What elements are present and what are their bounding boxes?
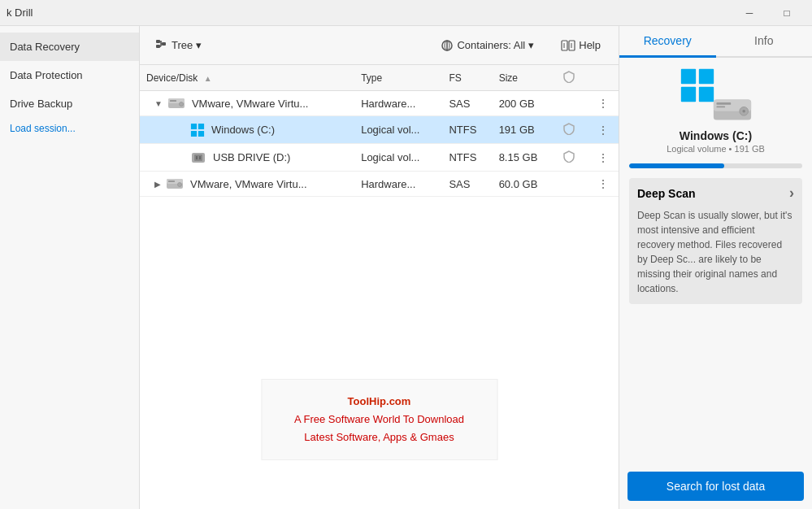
tab-recovery[interactable]: Recovery [619, 26, 716, 58]
scan-box-description: Deep Scan is usually slower, but it's mo… [629, 208, 802, 304]
right-panel-tabs: Recovery Info [619, 26, 812, 58]
svg-rect-24 [196, 156, 198, 159]
col-more [588, 65, 619, 91]
expand-btn[interactable]: ▶ [153, 180, 163, 189]
containers-label: Containers: All [457, 39, 525, 51]
more-options-button[interactable]: ⋮ [594, 150, 612, 166]
maximize-button[interactable]: □ [768, 0, 805, 26]
svg-rect-28 [168, 181, 175, 182]
containers-arrow: ▾ [528, 39, 534, 51]
cell-device: USB DRIVE (D:) [140, 144, 354, 172]
table-row[interactable]: Windows (C:)Logical vol...NTFS191 GB ⋮ [140, 116, 619, 144]
windows-logo-icon [680, 67, 715, 103]
device-title: Windows (C:) [680, 129, 752, 142]
title-bar: k Drill ─ □ [0, 0, 812, 26]
main-content: Tree ▾ Containers: All ▾ [140, 26, 619, 509]
more-options-button[interactable]: ⋮ [594, 95, 612, 111]
usb-icon [190, 151, 206, 164]
more-options-button[interactable]: ⋮ [594, 122, 612, 138]
col-type[interactable]: Type [354, 65, 442, 91]
svg-rect-31 [698, 69, 713, 84]
svg-rect-32 [680, 87, 695, 102]
sidebar: Data Recovery Data Protection Drive Back… [0, 26, 140, 509]
watermark: ToolHip.com A Free Software World To Dow… [261, 379, 497, 460]
windows-icon [190, 123, 205, 137]
sidebar-item-drive-backup[interactable]: Drive Backup [0, 89, 139, 118]
tree-label: Tree [172, 39, 193, 51]
search-lost-data-button[interactable]: Search for lost data [627, 472, 804, 501]
device-subtitle: Logical volume • 191 GB [667, 144, 765, 154]
cell-more: ⋮ [588, 116, 619, 144]
svg-rect-18 [191, 123, 197, 128]
cell-device: Windows (C:) [140, 116, 354, 144]
device-name-text: USB DRIVE (D:) [213, 151, 290, 163]
cell-size: 200 GB [493, 91, 556, 116]
hdd-row-icon [166, 177, 184, 190]
cell-fs: NTFS [442, 144, 492, 172]
right-panel-bottom: Search for lost data [619, 463, 812, 509]
device-image-area [680, 67, 753, 123]
cell-more: ⋮ [588, 91, 619, 116]
right-panel: Recovery Info [619, 26, 812, 509]
svg-rect-21 [198, 130, 204, 136]
scan-chevron: › [789, 185, 794, 202]
cell-fs: SAS [442, 172, 492, 197]
svg-rect-25 [199, 156, 201, 159]
cell-device: ▼ VMware, VMware Virtu... [140, 91, 354, 116]
cell-more: ⋮ [588, 144, 619, 172]
svg-point-39 [742, 110, 745, 113]
table-row[interactable]: ▼ VMware, VMware Virtu...Hardware...SAS2… [140, 91, 619, 116]
cell-size: 8.15 GB [493, 144, 556, 172]
svg-rect-0 [156, 40, 160, 43]
table-container: Device/Disk ▲ Type FS Size [140, 65, 619, 509]
cell-type: Logical vol... [354, 144, 442, 172]
sort-arrow: ▲ [204, 74, 212, 83]
scan-box: Deep Scan › Deep Scan is usually slower,… [629, 178, 802, 304]
table-row[interactable]: ▶ VMware, VMware Virtu...Hardware...SAS6… [140, 172, 619, 197]
scan-box-header[interactable]: Deep Scan › [629, 178, 802, 208]
sidebar-item-data-protection[interactable]: Data Protection [0, 61, 139, 89]
col-fs[interactable]: FS [442, 65, 492, 91]
col-device[interactable]: Device/Disk ▲ [140, 65, 354, 91]
watermark-line2: A Free Software World To Download [294, 411, 464, 429]
col-size[interactable]: Size [493, 65, 556, 91]
cell-size: 191 GB [493, 116, 556, 144]
help-button[interactable]: Help [549, 36, 612, 55]
svg-rect-37 [716, 107, 725, 108]
more-options-button[interactable]: ⋮ [594, 176, 612, 192]
svg-rect-20 [191, 130, 197, 136]
svg-rect-2 [162, 42, 166, 46]
hdd-icon [712, 97, 753, 123]
expand-btn[interactable]: ▼ [153, 99, 164, 108]
minimize-button[interactable]: ─ [731, 0, 768, 26]
svg-rect-23 [194, 154, 202, 161]
progress-bar-background [629, 163, 802, 168]
cell-shield [556, 144, 588, 172]
cell-more: ⋮ [588, 172, 619, 197]
window-controls: ─ □ [731, 0, 805, 26]
help-label: Help [579, 39, 601, 51]
device-preview: Windows (C:) Logical volume • 191 GB [629, 67, 802, 154]
cell-type: Hardware... [354, 91, 442, 116]
app-layout: Data Recovery Data Protection Drive Back… [0, 26, 812, 509]
svg-rect-36 [716, 102, 731, 105]
svg-rect-1 [156, 45, 160, 48]
cell-size: 60.0 GB [493, 172, 556, 197]
cell-fs: SAS [442, 91, 492, 116]
watermark-line3: Latest Software, Apps & Gmaes [294, 429, 464, 446]
svg-point-29 [178, 183, 182, 187]
load-session-link[interactable]: Load session... [0, 118, 139, 139]
cell-shield [556, 91, 588, 116]
tab-info[interactable]: Info [716, 26, 813, 58]
cell-shield [556, 116, 588, 144]
svg-rect-16 [170, 100, 176, 102]
toolbar: Tree ▾ Containers: All ▾ [140, 26, 619, 65]
col-protect [556, 65, 588, 91]
table-row[interactable]: USB DRIVE (D:)Logical vol...NTFS8.15 GB … [140, 144, 619, 172]
app-title: k Drill [7, 7, 33, 19]
tree-button[interactable]: Tree ▾ [146, 35, 211, 56]
containers-button[interactable]: Containers: All ▾ [432, 35, 543, 56]
device-icon-composite [680, 67, 753, 123]
sidebar-item-data-recovery[interactable]: Data Recovery [0, 33, 139, 61]
containers-icon [441, 39, 454, 52]
